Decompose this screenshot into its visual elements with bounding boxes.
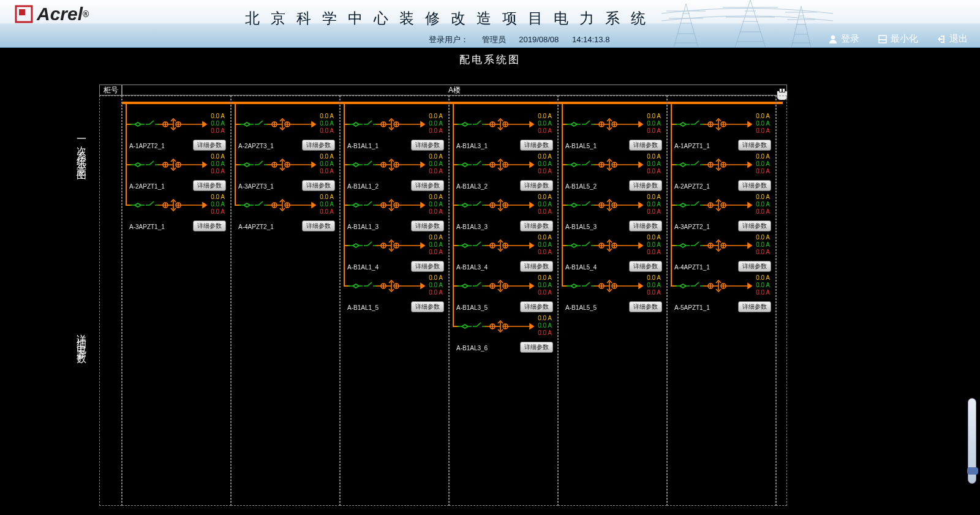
feeder-label: A-B1AL3_2 <box>456 183 488 190</box>
phase-readings: 0.0 A0.0 A0.0 A <box>320 153 334 175</box>
current-user: 管理员 <box>482 35 506 44</box>
feeder-label: A-B1AL1_2 <box>347 183 379 190</box>
feeder-label: A-B1AL3_5 <box>456 304 488 311</box>
feeder-label: A-1APZT1_1 <box>674 143 710 149</box>
feeder-branch: 0.0 A0.0 A0.0 AA-B1AL1_1详细参数 <box>340 111 449 152</box>
feeder-label: A-1APZT2_1 <box>129 143 165 149</box>
left-margin-cell <box>99 96 122 506</box>
feeder-label: A-B1AL5_5 <box>565 304 597 311</box>
phase-readings: 0.0 A0.0 A0.0 A <box>756 113 770 135</box>
phase-readings: 0.0 A0.0 A0.0 A <box>538 315 552 337</box>
feeder-label: A-4APZT2_1 <box>238 224 274 230</box>
cabinet-number-header: 柜号 <box>99 85 122 96</box>
minimize-button[interactable]: 最小化 <box>878 33 918 45</box>
phase-readings: 0.0 A0.0 A0.0 A <box>756 194 770 216</box>
phase-readings: 0.0 A0.0 A0.0 A <box>429 194 443 216</box>
detail-button[interactable]: 详细参数 <box>629 261 662 272</box>
detail-button[interactable]: 详细参数 <box>738 261 771 272</box>
detail-button[interactable]: 详细参数 <box>520 342 553 353</box>
detail-button[interactable]: 详细参数 <box>411 220 444 231</box>
feeder-branch: 0.0 A0.0 A0.0 AA-B1AL3_6详细参数 <box>449 314 558 354</box>
detail-button[interactable]: 详细参数 <box>411 261 444 272</box>
phase-readings: 0.0 A0.0 A0.0 A <box>647 153 661 175</box>
phase-readings: 0.0 A0.0 A0.0 A <box>429 113 443 135</box>
detail-button[interactable]: 详细参数 <box>193 220 226 231</box>
feeder-label: A-3APZT3_1 <box>238 183 274 190</box>
feeder-label: A-B1AL5_1 <box>565 143 597 149</box>
grid-column <box>776 96 787 506</box>
feeder-branch: 0.0 A0.0 A0.0 AA-1APZT2_1详细参数 <box>122 111 231 152</box>
feeder-branch: 0.0 A0.0 A0.0 AA-2APZT2_1详细参数 <box>667 152 776 192</box>
detail-button[interactable]: 详细参数 <box>629 301 662 312</box>
diagram-title: 配电系统图 <box>0 53 980 67</box>
feeder-branch: 0.0 A0.0 A0.0 AA-B1AL3_5详细参数 <box>449 273 558 314</box>
login-label: 登录用户： <box>429 35 469 44</box>
feeder-branch: 0.0 A0.0 A0.0 AA-2APZT1_1详细参数 <box>122 152 231 192</box>
feeder-branch: 0.0 A0.0 A0.0 AA-1APZT1_1详细参数 <box>667 111 776 152</box>
phase-readings: 0.0 A0.0 A0.0 A <box>647 234 661 256</box>
feeder-label: A-B1AL3_4 <box>456 264 488 271</box>
detail-button[interactable]: 详细参数 <box>520 180 553 191</box>
exit-button[interactable]: 退出 <box>937 33 968 45</box>
feeder-branch: 0.0 A0.0 A0.0 AA-B1AL5_3详细参数 <box>558 192 667 233</box>
svg-point-2 <box>831 35 835 39</box>
detail-button[interactable]: 详细参数 <box>738 220 771 231</box>
feeder-branch: 0.0 A0.0 A0.0 AA-2APZT3_1详细参数 <box>231 111 340 152</box>
phase-readings: 0.0 A0.0 A0.0 A <box>538 113 552 135</box>
detail-button[interactable]: 详细参数 <box>411 180 444 191</box>
feeder-branch: 0.0 A0.0 A0.0 AA-B1AL1_4详细参数 <box>340 233 449 273</box>
building-header: A楼 <box>122 85 787 96</box>
feeder-label: A-B1AL3_6 <box>456 345 488 351</box>
detail-button[interactable]: 详细参数 <box>302 140 335 151</box>
phase-readings: 0.0 A0.0 A0.0 A <box>538 234 552 256</box>
detail-button[interactable]: 详细参数 <box>411 301 444 312</box>
phase-readings: 0.0 A0.0 A0.0 A <box>647 194 661 216</box>
detail-button[interactable]: 详细参数 <box>193 180 226 191</box>
phase-readings: 0.0 A0.0 A0.0 A <box>211 194 225 216</box>
detail-button[interactable]: 详细参数 <box>520 301 553 312</box>
user-icon <box>828 34 838 44</box>
detail-button[interactable]: 详细参数 <box>629 140 662 151</box>
minimize-icon <box>878 34 888 44</box>
feeder-label: A-2APZT3_1 <box>238 143 274 149</box>
phase-readings: 0.0 A0.0 A0.0 A <box>320 194 334 216</box>
detail-button[interactable]: 详细参数 <box>629 220 662 231</box>
feeder-branch: 0.0 A0.0 A0.0 AA-B1AL3_1详细参数 <box>449 111 558 152</box>
detail-button[interactable]: 详细参数 <box>520 261 553 272</box>
feeder-label: A-B1AL3_3 <box>456 224 488 230</box>
detail-button[interactable]: 详细参数 <box>411 140 444 151</box>
feeder-branch: 0.0 A0.0 A0.0 AA-B1AL1_3详细参数 <box>340 192 449 233</box>
status-bar: 登录用户： 管理员 2019/08/08 14:14:13.8 <box>429 34 620 45</box>
feeder-branch: 0.0 A0.0 A0.0 AA-B1AL3_3详细参数 <box>449 192 558 233</box>
brand-logo: Acrel® <box>15 4 89 24</box>
feeder-branch: 0.0 A0.0 A0.0 AA-B1AL5_5详细参数 <box>558 273 667 314</box>
detail-button[interactable]: 详细参数 <box>520 220 553 231</box>
feeder-label: A-2APZT1_1 <box>129 183 165 190</box>
feeder-label: A-4APZT1_1 <box>674 264 710 271</box>
feeder-branch: 0.0 A0.0 A0.0 AA-B1AL1_5详细参数 <box>340 273 449 314</box>
phase-readings: 0.0 A0.0 A0.0 A <box>429 153 443 175</box>
detail-button[interactable]: 详细参数 <box>520 140 553 151</box>
phase-readings: 0.0 A0.0 A0.0 A <box>320 113 334 135</box>
detail-button[interactable]: 详细参数 <box>302 220 335 231</box>
login-button[interactable]: 登录 <box>828 33 859 45</box>
detail-button[interactable]: 详细参数 <box>738 301 771 312</box>
detail-button[interactable]: 详细参数 <box>738 140 771 151</box>
feeder-label: A-B1AL3_1 <box>456 143 488 149</box>
phase-readings: 0.0 A0.0 A0.0 A <box>756 274 770 296</box>
detail-button[interactable]: 详细参数 <box>193 140 226 151</box>
side-label-schematic: 一次系统示意图 <box>75 133 88 168</box>
phase-readings: 0.0 A0.0 A0.0 A <box>647 274 661 296</box>
vertical-slider[interactable] <box>968 398 976 484</box>
feeder-branch: 0.0 A0.0 A0.0 AA-B1AL5_4详细参数 <box>558 233 667 273</box>
detail-button[interactable]: 详细参数 <box>738 180 771 191</box>
svg-rect-1 <box>19 9 25 15</box>
detail-button[interactable]: 详细参数 <box>302 180 335 191</box>
phase-readings: 0.0 A0.0 A0.0 A <box>647 113 661 135</box>
svg-rect-4 <box>879 39 886 40</box>
exit-icon <box>937 34 946 44</box>
feeder-branch: 0.0 A0.0 A0.0 AA-3APZT1_1详细参数 <box>122 192 231 233</box>
detail-button[interactable]: 详细参数 <box>629 180 662 191</box>
phase-readings: 0.0 A0.0 A0.0 A <box>538 153 552 175</box>
feeder-label: A-B1AL5_4 <box>565 264 597 271</box>
